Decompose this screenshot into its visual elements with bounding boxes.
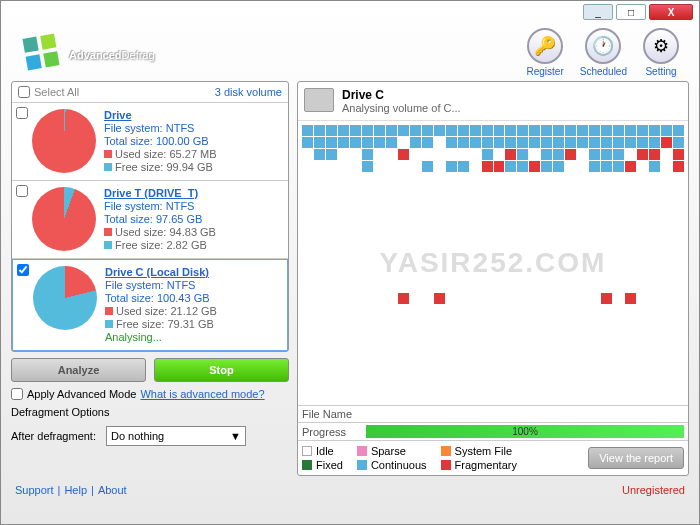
cluster-cell	[601, 209, 612, 220]
cluster-cell	[374, 125, 385, 136]
cluster-cell	[302, 221, 313, 232]
chevron-down-icon: ▼	[230, 430, 241, 442]
drive-item[interactable]: Drive File system: NTFS Total size: 100.…	[12, 103, 288, 181]
cluster-cell	[541, 209, 552, 220]
analyze-button[interactable]: Analyze	[11, 358, 146, 382]
view-report-button[interactable]: View the report	[588, 447, 684, 469]
cluster-cell	[649, 209, 660, 220]
cluster-cell	[565, 173, 576, 184]
drive-checkbox[interactable]	[16, 185, 28, 197]
cluster-cell	[350, 281, 361, 292]
maximize-button[interactable]: □	[616, 4, 646, 20]
cluster-cell	[350, 245, 361, 256]
what-advanced-link[interactable]: What is advanced mode?	[140, 388, 264, 400]
cluster-cell	[362, 173, 373, 184]
cluster-cell	[541, 293, 552, 304]
cluster-cell	[661, 269, 672, 280]
cluster-cell	[338, 173, 349, 184]
cluster-cell	[350, 173, 361, 184]
cluster-cell	[673, 269, 684, 280]
cluster-cell	[565, 293, 576, 304]
cluster-cell	[362, 245, 373, 256]
drive-title: Drive C	[342, 88, 461, 102]
cluster-cell	[350, 125, 361, 136]
cluster-cell	[661, 281, 672, 292]
cluster-cell	[374, 233, 385, 244]
cluster-cell	[565, 233, 576, 244]
cluster-map: YASIR252.COM	[298, 121, 688, 405]
cluster-cell	[338, 125, 349, 136]
cluster-cell	[494, 209, 505, 220]
cluster-cell	[505, 137, 516, 148]
cluster-cell	[326, 281, 337, 292]
cluster-cell	[494, 161, 505, 172]
support-link[interactable]: Support	[15, 484, 54, 496]
cluster-cell	[625, 125, 636, 136]
cluster-cell	[350, 269, 361, 280]
cluster-cell	[505, 221, 516, 232]
drive-item-selected[interactable]: Drive C (Local Disk) File system: NTFS T…	[12, 259, 288, 351]
cluster-cell	[326, 233, 337, 244]
cluster-cell	[374, 185, 385, 196]
cluster-cell	[410, 137, 421, 148]
cluster-cell	[386, 281, 397, 292]
cluster-cell	[386, 233, 397, 244]
cluster-cell	[458, 293, 469, 304]
cluster-cell	[434, 233, 445, 244]
list-header: Select All 3 disk volume	[12, 82, 288, 103]
stop-button[interactable]: Stop	[154, 358, 289, 382]
cluster-cell	[517, 197, 528, 208]
cluster-cell	[350, 149, 361, 160]
cluster-cell	[338, 233, 349, 244]
cluster-cell	[637, 197, 648, 208]
cluster-cell	[338, 293, 349, 304]
drive-checkbox[interactable]	[17, 264, 29, 276]
cluster-cell	[601, 125, 612, 136]
cluster-cell	[458, 173, 469, 184]
about-link[interactable]: About	[98, 484, 127, 496]
cluster-cell	[589, 281, 600, 292]
cluster-cell	[386, 197, 397, 208]
cluster-cell	[637, 221, 648, 232]
cluster-cell	[410, 161, 421, 172]
cluster-cell	[625, 161, 636, 172]
cluster-cell	[398, 185, 409, 196]
select-all-checkbox[interactable]: Select All	[18, 86, 79, 98]
cluster-cell	[482, 173, 493, 184]
cluster-cell	[326, 221, 337, 232]
cluster-cell	[494, 185, 505, 196]
cluster-cell	[673, 197, 684, 208]
cluster-cell	[577, 281, 588, 292]
cluster-cell	[565, 281, 576, 292]
cluster-cell	[410, 281, 421, 292]
svg-rect-1	[40, 33, 56, 49]
cluster-cell	[458, 125, 469, 136]
register-button[interactable]: 🔑 Register	[526, 28, 563, 77]
after-defragment-combo[interactable]: Do nothing ▼	[106, 426, 246, 446]
cluster-cell	[673, 221, 684, 232]
cluster-cell	[326, 257, 337, 268]
cluster-cell	[625, 197, 636, 208]
cluster-cell	[386, 137, 397, 148]
cluster-cell	[625, 269, 636, 280]
apply-advanced-mode-checkbox[interactable]: Apply Advanced Mode What is advanced mod…	[11, 388, 289, 400]
cluster-cell	[529, 149, 540, 160]
cluster-cell	[470, 137, 481, 148]
cluster-cell	[362, 221, 373, 232]
cluster-cell	[553, 233, 564, 244]
scheduled-button[interactable]: 🕐 Scheduled	[580, 28, 627, 77]
cluster-cell	[625, 185, 636, 196]
setting-button[interactable]: ⚙ Setting	[643, 28, 679, 77]
drive-item[interactable]: Drive T (DRIVE_T) File system: NTFS Tota…	[12, 181, 288, 259]
cluster-cell	[458, 185, 469, 196]
cluster-cell	[517, 293, 528, 304]
cluster-cell	[326, 173, 337, 184]
cluster-cell	[613, 173, 624, 184]
minimize-button[interactable]: _	[583, 4, 613, 20]
cluster-cell	[613, 161, 624, 172]
cluster-cell	[661, 257, 672, 268]
close-button[interactable]: X	[649, 4, 693, 20]
help-link[interactable]: Help	[64, 484, 87, 496]
cluster-cell	[314, 161, 325, 172]
drive-checkbox[interactable]	[16, 107, 28, 119]
